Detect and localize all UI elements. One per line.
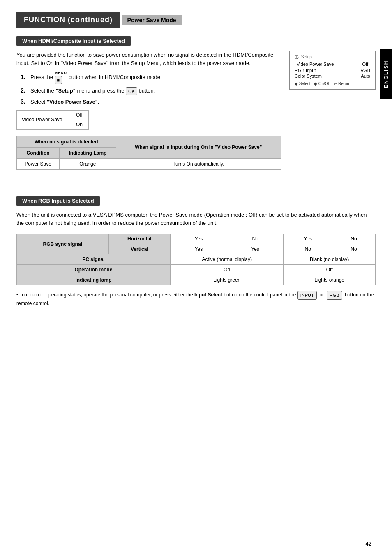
step-1: 1. Press the MENU ■ button when in HDMI/… xyxy=(21,70,281,84)
h-no2: No xyxy=(332,234,376,244)
sub-header-lamp: Indicating Lamp xyxy=(60,147,116,158)
hdmi-section: When HDMI/Composite Input is Selected Yo… xyxy=(16,36,376,178)
rgb-key: RGB xyxy=(327,291,342,300)
rgb-description: When the unit is connected to a VESA DPM… xyxy=(16,211,376,228)
option-off: Off xyxy=(70,111,88,120)
horizontal-label: Horizontal xyxy=(108,234,171,244)
sub-header-condition: Condition xyxy=(17,147,60,158)
table-row: Power Save Orange Turns On automatically… xyxy=(17,158,281,169)
hdmi-heading: When HDMI/Composite Input is Selected xyxy=(16,36,131,46)
step-3: 3. Select "Video Power Save". xyxy=(21,98,281,106)
pc-blank: Blank (no display) xyxy=(284,254,376,265)
step-2-num: 2. xyxy=(21,87,28,94)
pc-signal-header: PC signal xyxy=(17,254,171,265)
indicating-lamp-header: Indicating lamp xyxy=(17,275,171,285)
when-signal-cell: Turns On automatically. xyxy=(116,158,281,169)
section-title: Power Save Mode xyxy=(122,15,182,25)
rgb-sync-table: RGB sync signal Horizontal Yes No Yes No… xyxy=(16,234,376,285)
rgb-row-horizontal: RGB sync signal Horizontal Yes No Yes No xyxy=(17,234,376,244)
osd-label-cs: Color System xyxy=(295,74,322,79)
divider xyxy=(16,188,376,188)
h-yes2: Yes xyxy=(284,234,332,244)
osd-value-rgb: RGB xyxy=(360,68,370,73)
operation-mode-row: Operation mode On Off xyxy=(17,265,376,275)
indicating-lamp-row: Indicating lamp Lights green Lights oran… xyxy=(17,275,376,285)
col1-header: When no signal is detected xyxy=(17,136,116,147)
pc-active: Active (normal display) xyxy=(171,254,284,265)
lamp-cell: Orange xyxy=(60,158,116,169)
option-on: On xyxy=(70,120,88,129)
page: ENGLISH FUNCTION (continued) Power Save … xyxy=(0,0,392,555)
lamp-orange: Lights orange xyxy=(284,275,376,285)
v-yes1: Yes xyxy=(171,244,227,254)
osd-value-cs: Auto xyxy=(361,74,370,79)
video-power-save-options: Video Power Save Off On xyxy=(16,110,89,130)
ok-btn: OK xyxy=(126,87,137,96)
osd-label-rgb: RGB Input xyxy=(295,68,316,73)
v-no1: No xyxy=(284,244,332,254)
v-no2: No xyxy=(332,244,376,254)
osd-box: Setup Video Power Save Off RGB Input RGB… xyxy=(289,51,376,90)
step-3-text: Select "Video Power Save". xyxy=(30,98,99,106)
step-1-num: 1. xyxy=(21,74,28,80)
lamp-green: Lights green xyxy=(171,275,284,285)
osd-row-color-system: Color System Auto xyxy=(295,73,370,79)
input-key: INPUT xyxy=(297,291,317,300)
page-number: 42 xyxy=(366,541,371,547)
op-on: On xyxy=(171,265,284,275)
menu-label: MENU xyxy=(55,70,67,76)
side-tab: ENGLISH xyxy=(380,49,392,99)
osd-value-vps: Off xyxy=(362,62,368,67)
step-1-text: Press the MENU ■ button when in HDMI/Com… xyxy=(30,70,162,84)
steps-list: 1. Press the MENU ■ button when in HDMI/… xyxy=(21,70,281,106)
rgb-heading: When RGB Input is Selected xyxy=(16,196,100,206)
step-2: 2. Select the "Setup" menu and press the… xyxy=(21,87,281,95)
pc-signal-row: PC signal Active (normal display) Blank … xyxy=(17,254,376,265)
condition-cell: Power Save xyxy=(17,158,60,169)
vertical-label: Vertical xyxy=(108,244,171,254)
menu-icon-btn: ■ xyxy=(55,76,62,85)
osd-row-video-power-save: Video Power Save Off xyxy=(295,61,370,67)
h-yes1: Yes xyxy=(171,234,227,244)
rgb-section: When RGB Input is Selected When the unit… xyxy=(16,196,376,307)
osd-label-vps: Video Power Save xyxy=(297,62,334,67)
col2-header: When signal is input during On in "Video… xyxy=(116,136,281,158)
signal-status-table: When no signal is detected When signal i… xyxy=(16,136,281,170)
operation-mode-header: Operation mode xyxy=(17,265,171,275)
options-values: Off On xyxy=(70,111,88,129)
h-no1: No xyxy=(227,234,284,244)
op-off: Off xyxy=(284,265,376,275)
hdmi-description: You are provided the function to save po… xyxy=(16,51,281,67)
osd-row-rgb-input: RGB Input RGB xyxy=(295,67,370,73)
rgb-sync-signal-header: RGB sync signal xyxy=(17,234,109,254)
note-line: • To return to operating status, operate… xyxy=(16,291,376,307)
osd-panel: Setup Video Power Save Off RGB Input RGB… xyxy=(289,51,376,90)
osd-title: Setup xyxy=(295,55,370,59)
step-2-text: Select the "Setup" menu and press the OK… xyxy=(30,87,155,95)
options-label: Video Power Save xyxy=(17,111,70,129)
v-yes2: Yes xyxy=(227,244,284,254)
main-title: FUNCTION (continued) xyxy=(16,12,120,28)
osd-footer: ◆ Select ◆ On/Off ↩ Return xyxy=(295,81,370,86)
step-3-num: 3. xyxy=(21,98,28,105)
